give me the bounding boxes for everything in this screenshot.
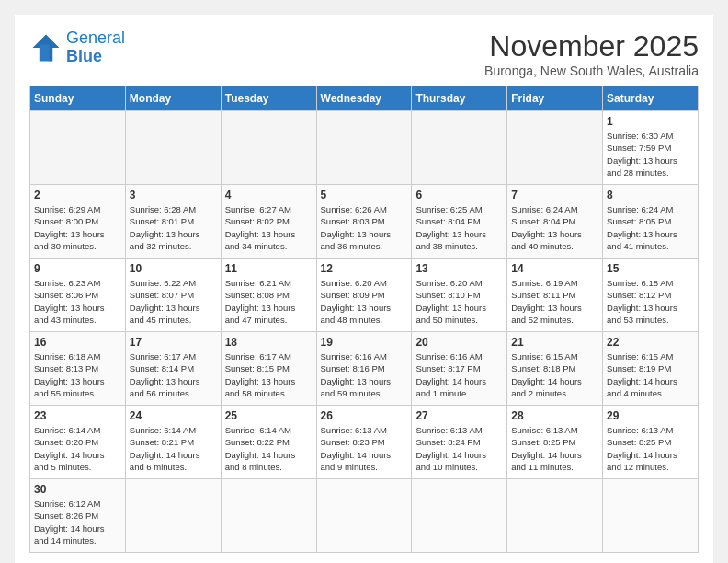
- calendar-cell: 23Sunrise: 6:14 AM Sunset: 8:20 PM Dayli…: [30, 406, 126, 479]
- weekday-header-sunday: Sunday: [30, 86, 126, 111]
- day-info: Sunrise: 6:17 AM Sunset: 8:14 PM Dayligh…: [130, 350, 217, 399]
- day-number: 20: [415, 336, 503, 349]
- day-info: Sunrise: 6:13 AM Sunset: 8:25 PM Dayligh…: [607, 424, 694, 473]
- calendar-cell: 2Sunrise: 6:29 AM Sunset: 8:00 PM Daylig…: [30, 185, 126, 259]
- day-info: Sunrise: 6:22 AM Sunset: 8:07 PM Dayligh…: [130, 277, 217, 326]
- day-number: 10: [130, 262, 217, 275]
- day-number: 25: [225, 409, 313, 422]
- header: General Blue November 2025 Buronga, New …: [29, 29, 699, 78]
- week-row-6: 30Sunrise: 6:12 AM Sunset: 8:26 PM Dayli…: [30, 479, 699, 553]
- week-row-1: 1Sunrise: 6:30 AM Sunset: 7:59 PM Daylig…: [30, 111, 699, 185]
- calendar-cell: 6Sunrise: 6:25 AM Sunset: 8:04 PM Daylig…: [412, 185, 507, 259]
- calendar-cell: 8Sunrise: 6:24 AM Sunset: 8:05 PM Daylig…: [603, 185, 699, 259]
- day-info: Sunrise: 6:13 AM Sunset: 8:23 PM Dayligh…: [321, 424, 408, 473]
- calendar-cell: [412, 111, 507, 185]
- day-info: Sunrise: 6:30 AM Sunset: 7:59 PM Dayligh…: [607, 130, 694, 178]
- day-number: 4: [225, 189, 313, 201]
- calendar-cell: 21Sunrise: 6:15 AM Sunset: 8:18 PM Dayli…: [507, 332, 603, 406]
- day-info: Sunrise: 6:18 AM Sunset: 8:12 PM Dayligh…: [607, 277, 694, 326]
- day-number: 9: [34, 262, 121, 275]
- calendar-cell: 17Sunrise: 6:17 AM Sunset: 8:14 PM Dayli…: [125, 332, 221, 406]
- calendar-table: SundayMondayTuesdayWednesdayThursdayFrid…: [29, 86, 699, 553]
- day-info: Sunrise: 6:28 AM Sunset: 8:01 PM Dayligh…: [130, 203, 217, 252]
- day-info: Sunrise: 6:13 AM Sunset: 8:24 PM Dayligh…: [415, 424, 503, 473]
- calendar-cell: 3Sunrise: 6:28 AM Sunset: 8:01 PM Daylig…: [125, 185, 221, 259]
- calendar-cell: 18Sunrise: 6:17 AM Sunset: 8:15 PM Dayli…: [221, 332, 316, 406]
- logo: General Blue: [29, 29, 125, 66]
- title-area: November 2025 Buronga, New South Wales, …: [484, 29, 699, 78]
- day-number: 17: [130, 336, 217, 349]
- weekday-header-saturday: Saturday: [603, 86, 699, 111]
- calendar-cell: [221, 111, 316, 185]
- day-number: 16: [34, 336, 121, 349]
- calendar-cell: 28Sunrise: 6:13 AM Sunset: 8:25 PM Dayli…: [507, 406, 603, 479]
- day-number: 3: [130, 189, 217, 201]
- calendar-cell: 14Sunrise: 6:19 AM Sunset: 8:11 PM Dayli…: [507, 259, 603, 332]
- day-info: Sunrise: 6:29 AM Sunset: 8:00 PM Dayligh…: [34, 203, 121, 252]
- day-number: 24: [130, 409, 217, 422]
- weekday-header-row: SundayMondayTuesdayWednesdayThursdayFrid…: [30, 86, 699, 111]
- day-number: 14: [511, 262, 598, 275]
- day-number: 19: [321, 336, 408, 349]
- day-info: Sunrise: 6:15 AM Sunset: 8:19 PM Dayligh…: [607, 350, 694, 399]
- weekday-header-friday: Friday: [507, 86, 603, 111]
- day-number: 30: [34, 483, 121, 496]
- day-info: Sunrise: 6:20 AM Sunset: 8:09 PM Dayligh…: [321, 277, 408, 326]
- day-number: 11: [225, 262, 313, 275]
- week-row-4: 16Sunrise: 6:18 AM Sunset: 8:13 PM Dayli…: [30, 332, 699, 406]
- calendar-cell: [125, 479, 221, 553]
- day-info: Sunrise: 6:14 AM Sunset: 8:21 PM Dayligh…: [130, 424, 217, 473]
- weekday-header-thursday: Thursday: [412, 86, 507, 111]
- day-info: Sunrise: 6:24 AM Sunset: 8:05 PM Dayligh…: [607, 203, 694, 252]
- logo-text: General Blue: [66, 29, 125, 66]
- calendar-cell: [603, 479, 699, 553]
- day-number: 8: [607, 189, 694, 201]
- day-info: Sunrise: 6:17 AM Sunset: 8:15 PM Dayligh…: [225, 350, 313, 399]
- day-info: Sunrise: 6:15 AM Sunset: 8:18 PM Dayligh…: [511, 350, 598, 399]
- calendar-cell: 5Sunrise: 6:26 AM Sunset: 8:03 PM Daylig…: [316, 185, 412, 259]
- day-number: 6: [415, 189, 503, 201]
- day-info: Sunrise: 6:24 AM Sunset: 8:04 PM Dayligh…: [511, 203, 598, 252]
- calendar-cell: 4Sunrise: 6:27 AM Sunset: 8:02 PM Daylig…: [221, 185, 316, 259]
- calendar-cell: 26Sunrise: 6:13 AM Sunset: 8:23 PM Dayli…: [316, 406, 412, 479]
- day-number: 15: [607, 262, 694, 275]
- day-number: 27: [415, 409, 503, 422]
- weekday-header-wednesday: Wednesday: [316, 86, 412, 111]
- calendar-cell: 7Sunrise: 6:24 AM Sunset: 8:04 PM Daylig…: [507, 185, 603, 259]
- week-row-5: 23Sunrise: 6:14 AM Sunset: 8:20 PM Dayli…: [30, 406, 699, 479]
- day-number: 18: [225, 336, 313, 349]
- calendar-cell: [125, 111, 221, 185]
- calendar-cell: 9Sunrise: 6:23 AM Sunset: 8:06 PM Daylig…: [30, 259, 126, 332]
- calendar-cell: [412, 479, 507, 553]
- calendar-cell: [507, 111, 603, 185]
- day-number: 1: [607, 115, 694, 128]
- weekday-header-monday: Monday: [125, 86, 221, 111]
- day-number: 2: [34, 189, 121, 201]
- calendar-cell: 1Sunrise: 6:30 AM Sunset: 7:59 PM Daylig…: [603, 111, 699, 185]
- day-info: Sunrise: 6:23 AM Sunset: 8:06 PM Dayligh…: [34, 277, 121, 326]
- day-info: Sunrise: 6:19 AM Sunset: 8:11 PM Dayligh…: [511, 277, 598, 326]
- day-info: Sunrise: 6:18 AM Sunset: 8:13 PM Dayligh…: [34, 350, 121, 399]
- calendar-cell: 25Sunrise: 6:14 AM Sunset: 8:22 PM Dayli…: [221, 406, 316, 479]
- day-number: 26: [321, 409, 408, 422]
- calendar-cell: 20Sunrise: 6:16 AM Sunset: 8:17 PM Dayli…: [412, 332, 507, 406]
- day-info: Sunrise: 6:21 AM Sunset: 8:08 PM Dayligh…: [225, 277, 313, 326]
- week-row-2: 2Sunrise: 6:29 AM Sunset: 8:00 PM Daylig…: [30, 185, 699, 259]
- page: General Blue November 2025 Buronga, New …: [15, 15, 713, 563]
- calendar-cell: 12Sunrise: 6:20 AM Sunset: 8:09 PM Dayli…: [316, 259, 412, 332]
- day-info: Sunrise: 6:14 AM Sunset: 8:22 PM Dayligh…: [225, 424, 313, 473]
- day-number: 23: [34, 409, 121, 422]
- calendar-cell: 24Sunrise: 6:14 AM Sunset: 8:21 PM Dayli…: [125, 406, 221, 479]
- calendar-cell: [507, 479, 603, 553]
- calendar-cell: 29Sunrise: 6:13 AM Sunset: 8:25 PM Dayli…: [603, 406, 699, 479]
- day-number: 13: [415, 262, 503, 275]
- day-number: 22: [607, 336, 694, 349]
- day-number: 7: [511, 189, 598, 201]
- day-info: Sunrise: 6:16 AM Sunset: 8:16 PM Dayligh…: [321, 350, 408, 399]
- calendar-cell: 15Sunrise: 6:18 AM Sunset: 8:12 PM Dayli…: [603, 259, 699, 332]
- day-info: Sunrise: 6:16 AM Sunset: 8:17 PM Dayligh…: [415, 350, 503, 399]
- calendar-cell: 30Sunrise: 6:12 AM Sunset: 8:26 PM Dayli…: [30, 479, 126, 553]
- day-info: Sunrise: 6:25 AM Sunset: 8:04 PM Dayligh…: [415, 203, 503, 252]
- calendar-cell: 11Sunrise: 6:21 AM Sunset: 8:08 PM Dayli…: [221, 259, 316, 332]
- day-info: Sunrise: 6:27 AM Sunset: 8:02 PM Dayligh…: [225, 203, 313, 252]
